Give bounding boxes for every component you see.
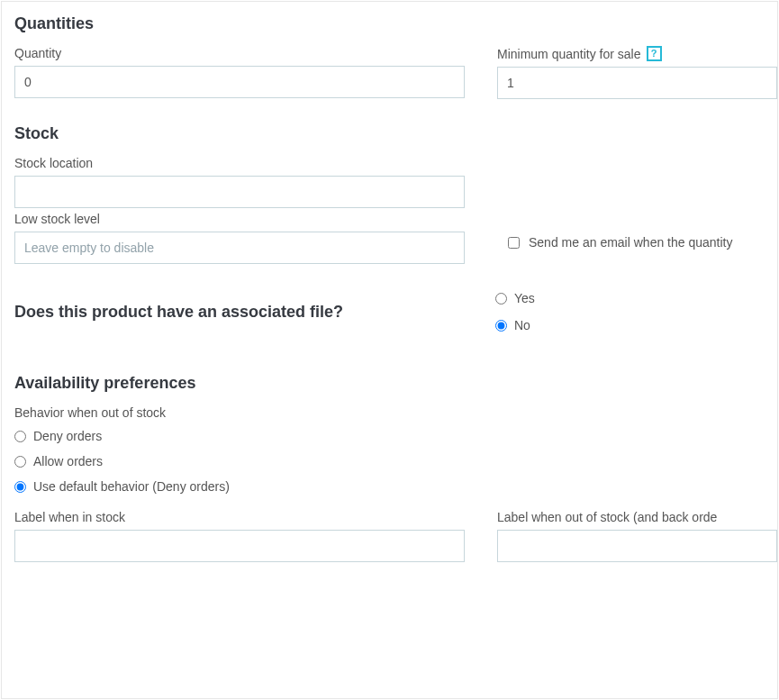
low-stock-input[interactable] [14,232,465,264]
min-qty-input[interactable] [497,67,777,99]
behavior-default-radio[interactable] [14,481,26,493]
associated-yes-row[interactable]: Yes [495,291,777,305]
low-stock-group: Low stock level [14,212,465,264]
stock-location-label: Stock location [14,156,465,170]
behavior-allow-radio[interactable] [14,456,26,468]
behavior-options: Deny orders Allow orders Use default beh… [14,429,777,494]
quantity-label: Quantity [14,46,465,60]
in-stock-input[interactable] [14,530,465,562]
behavior-default-label: Use default behavior (Deny orders) [33,479,230,494]
stock-heading: Stock [14,124,777,143]
availability-section: Availability preferences Behavior when o… [14,374,777,562]
email-alert-checkbox[interactable] [508,237,520,249]
form-panel: Quantities Quantity Minimum quantity for… [1,1,778,699]
email-alert-group: Send me an email when the quantity [508,226,732,250]
associated-file-row: Does this product have an associated fil… [14,291,777,332]
behavior-deny-label: Deny orders [33,429,102,443]
min-qty-group: Minimum quantity for sale ? [497,46,777,99]
in-stock-label: Label when in stock [14,510,465,524]
quantities-row: Quantity Minimum quantity for sale ? [14,46,777,99]
stock-labels-row: Label when in stock Label when out of st… [14,510,777,562]
behavior-allow-row[interactable]: Allow orders [14,454,777,468]
min-qty-label: Minimum quantity for sale ? [497,46,777,61]
behavior-default-row[interactable]: Use default behavior (Deny orders) [14,479,777,494]
behavior-label: Behavior when out of stock [14,405,777,420]
behavior-deny-row[interactable]: Deny orders [14,429,777,443]
behavior-allow-label: Allow orders [33,454,103,468]
associated-yes-radio[interactable] [495,293,507,305]
quantities-heading: Quantities [14,14,777,33]
availability-heading: Availability preferences [14,374,777,393]
associated-file-options: Yes No [495,291,777,332]
low-stock-label: Low stock level [14,212,465,226]
stock-section: Stock Stock location Low stock level Sen… [14,124,777,264]
quantity-input[interactable] [14,66,465,98]
help-icon[interactable]: ? [647,46,662,61]
associated-no-radio[interactable] [495,320,507,332]
associated-yes-label: Yes [514,291,535,305]
associated-file-heading-wrap: Does this product have an associated fil… [14,303,495,322]
stock-location-input[interactable] [14,176,465,208]
associated-no-label: No [514,318,530,332]
in-stock-group: Label when in stock [14,510,497,562]
associated-no-row[interactable]: No [495,318,777,332]
out-stock-group: Label when out of stock (and back orde [497,510,777,562]
low-stock-row: Low stock level Send me an email when th… [14,212,777,264]
associated-file-heading: Does this product have an associated fil… [14,303,495,322]
out-stock-input[interactable] [497,530,777,562]
stock-location-group: Stock location [14,156,465,208]
min-qty-label-text: Minimum quantity for sale [497,47,641,61]
email-alert-label: Send me an email when the quantity [529,235,732,250]
quantity-group: Quantity [14,46,497,99]
out-stock-label: Label when out of stock (and back orde [497,510,777,524]
behavior-deny-radio[interactable] [14,431,26,442]
